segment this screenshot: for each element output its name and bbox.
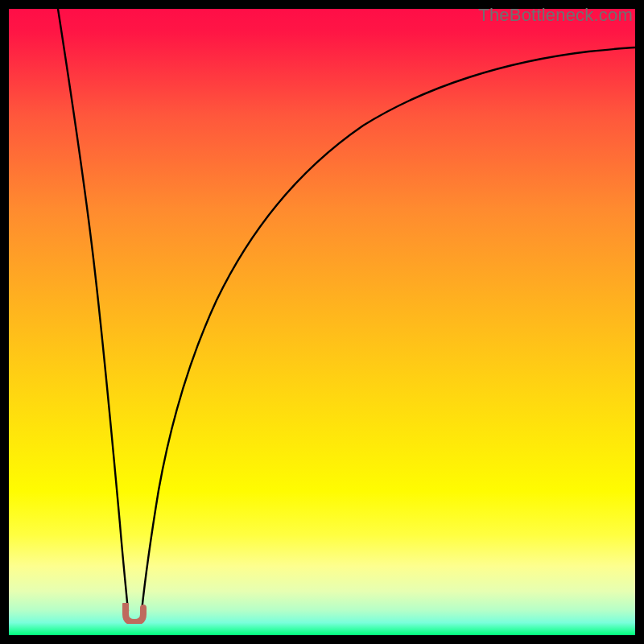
curve-layer bbox=[9, 9, 635, 635]
right-branch-curve bbox=[142, 47, 635, 611]
plot-area bbox=[9, 9, 635, 635]
u-notch-marker bbox=[122, 603, 147, 624]
watermark-label: TheBottleneck.com bbox=[478, 5, 633, 26]
left-branch-curve bbox=[58, 9, 128, 611]
